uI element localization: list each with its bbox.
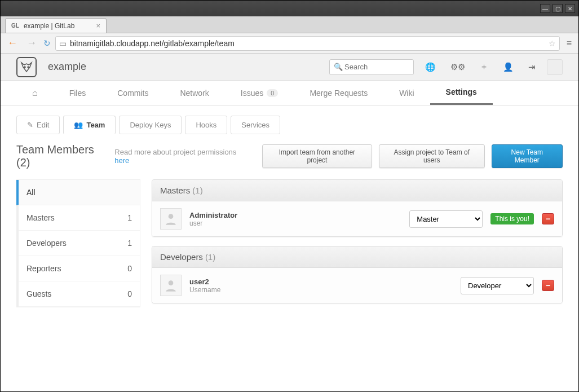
group-title: Masters (160, 186, 190, 195)
globe-icon[interactable]: 🌐 (422, 60, 439, 74)
sidebar-item-count: 1 (127, 213, 132, 222)
url-text: bitnamigitlab.cloudapp.net/gitlab/exampl… (70, 39, 235, 48)
new-team-member-button[interactable]: New Team Member (492, 144, 563, 168)
group-header: Developers (1) (152, 246, 562, 268)
settings-subnav: ✎Edit 👥Team Deploy Keys Hooks Services (1, 105, 578, 140)
subtab-edit[interactable]: ✎Edit (16, 116, 60, 134)
sidebar-item-label: Reporters (26, 264, 61, 273)
maximize-button[interactable]: ▢ (553, 4, 563, 13)
sidebar-item-all[interactable]: All (16, 180, 140, 205)
nav-wiki[interactable]: Wiki (383, 81, 430, 105)
nav-home[interactable]: ⌂ (16, 81, 54, 105)
title-subtext-text: Read more about project permissions (114, 148, 236, 156)
permissions-link[interactable]: here (114, 156, 129, 165)
content-two-col: All Masters 1 Developers 1 Reporters 0 (1, 177, 578, 319)
role-filter-sidebar: All Masters 1 Developers 1 Reporters 0 (16, 179, 140, 307)
svg-point-1 (169, 280, 174, 285)
back-button[interactable]: ← (5, 36, 20, 50)
issues-count-badge: 0 (267, 89, 278, 97)
subtab-hooks[interactable]: Hooks (185, 116, 227, 134)
avatar (160, 208, 182, 230)
minimize-button[interactable]: — (540, 4, 550, 13)
title-row: Team Members (2) Read more about project… (1, 140, 578, 177)
person-icon (163, 212, 178, 226)
nav-files[interactable]: Files (54, 81, 102, 105)
title-subtext: Read more about project permissions here (114, 148, 249, 165)
nav-issues-label: Issues (241, 89, 263, 98)
close-window-button[interactable]: ✕ (565, 4, 575, 13)
member-name[interactable]: Administrator (189, 211, 237, 219)
avatar (160, 275, 182, 296)
bookmark-star-icon[interactable]: ☆ (549, 39, 556, 48)
user-icon[interactable]: 👤 (500, 60, 517, 74)
browser-menu-icon[interactable]: ≡ (564, 36, 574, 51)
home-icon: ⌂ (32, 88, 38, 98)
subtab-deploy-keys[interactable]: Deploy Keys (119, 116, 182, 134)
member-username: user (189, 219, 237, 227)
sidebar-item-masters[interactable]: Masters 1 (19, 205, 140, 231)
edit-icon: ✎ (27, 121, 33, 129)
search-wrap: 🔍 (329, 59, 414, 75)
role-select[interactable]: Developer (461, 277, 534, 294)
sidebar-item-developers[interactable]: Developers 1 (19, 231, 140, 256)
sidebar-item-reporters[interactable]: Reporters 0 (19, 256, 140, 281)
forward-button[interactable]: → (24, 36, 39, 50)
member-row: user2 Username Developer − (152, 268, 562, 303)
gitlab-logo[interactable] (16, 57, 37, 77)
role-filter-list: All Masters 1 Developers 1 Reporters 0 (16, 179, 140, 307)
member-row: Administrator user Master This is you! − (152, 201, 562, 236)
browser-tab[interactable]: GL example | GitLab × (5, 18, 107, 33)
project-name[interactable]: example (48, 61, 86, 73)
nav-network[interactable]: Network (164, 81, 224, 105)
reload-button[interactable]: ↻ (43, 38, 51, 49)
nav-merge-requests[interactable]: Merge Requests (294, 81, 383, 105)
search-icon: 🔍 (334, 63, 343, 71)
avatar[interactable] (547, 59, 563, 75)
close-tab-icon[interactable]: × (96, 21, 100, 30)
svg-point-0 (169, 214, 174, 219)
page-icon: ▭ (59, 39, 67, 48)
sidebar-item-label: Masters (26, 213, 55, 222)
role-select[interactable]: Master (409, 210, 483, 228)
import-team-button[interactable]: Import team from another project (262, 144, 372, 168)
remove-member-button[interactable]: − (542, 280, 554, 291)
remove-member-button[interactable]: − (542, 213, 554, 224)
sidebar-item-guests[interactable]: Guests 0 (19, 281, 140, 307)
member-info: user2 Username (189, 278, 220, 294)
nav-settings[interactable]: Settings (430, 81, 493, 105)
member-username: Username (189, 286, 220, 294)
sidebar-item-count: 1 (127, 239, 132, 248)
subtab-team[interactable]: 👥Team (63, 116, 116, 134)
gears-icon[interactable]: ⚙⚙ (447, 60, 468, 74)
nav-issues[interactable]: Issues 0 (225, 81, 294, 105)
team-icon: 👥 (74, 121, 83, 129)
app-viewport: example 🔍 🌐 ⚙⚙ ＋ 👤 ⇥ ⌂ Files Commits Net… (1, 54, 578, 391)
group-header: Masters (1) (152, 180, 562, 201)
group-count: (1) (192, 186, 202, 195)
sidebar-item-label: Developers (26, 239, 67, 248)
page-title: Team Members (2) (16, 143, 108, 169)
browser-tabbar: GL example | GitLab × (1, 16, 578, 33)
fox-icon (20, 60, 33, 74)
sidebar-item-count: 0 (127, 289, 132, 298)
signout-icon[interactable]: ⇥ (525, 60, 539, 74)
member-name[interactable]: user2 (189, 278, 220, 286)
members-main: Masters (1) Administrator user (152, 179, 563, 307)
group-count: (1) (205, 252, 215, 262)
project-nav: ⌂ Files Commits Network Issues 0 Merge R… (1, 81, 578, 105)
group-developers: Developers (1) user2 Username D (152, 246, 563, 303)
subtab-services[interactable]: Services (231, 116, 280, 134)
sidebar-item-count: 0 (127, 264, 132, 273)
group-masters: Masters (1) Administrator user (152, 179, 563, 237)
this-is-you-badge: This is you! (490, 213, 534, 224)
member-info: Administrator user (189, 211, 237, 227)
subtab-edit-label: Edit (37, 121, 49, 129)
sidebar-item-label: Guests (26, 289, 51, 298)
url-bar[interactable]: ▭ bitnamigitlab.cloudapp.net/gitlab/exam… (55, 36, 560, 51)
nav-commits[interactable]: Commits (101, 81, 164, 105)
assign-team-button[interactable]: Assign project to Team of users (379, 144, 485, 168)
tab-favicon: GL (11, 23, 19, 29)
tab-title: example | GitLab (24, 22, 75, 30)
app-header: example 🔍 🌐 ⚙⚙ ＋ 👤 ⇥ (1, 54, 578, 81)
plus-icon[interactable]: ＋ (476, 59, 492, 74)
